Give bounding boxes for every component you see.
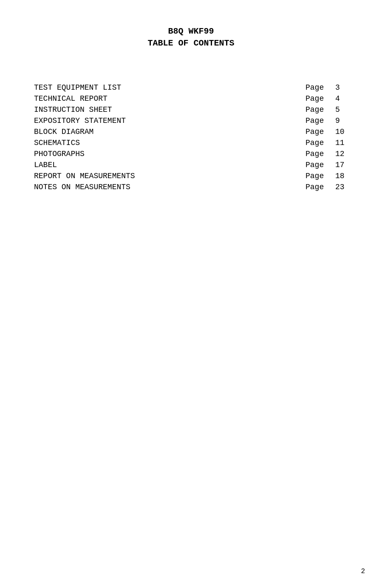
toc-entry: NOTES ON MEASUREMENTSPage23 <box>34 183 348 191</box>
title-line2: TABLE OF CONTENTS <box>34 37 348 49</box>
toc-entry-page-word: Page <box>306 150 327 158</box>
toc-entry-page-word: Page <box>306 128 327 136</box>
toc-entry-page-word: Page <box>306 172 327 180</box>
toc-entry: BLOCK DIAGRAMPage10 <box>34 128 348 136</box>
page-title: B8Q WKF99 TABLE OF CONTENTS <box>34 26 348 49</box>
toc-entry: REPORT ON MEASUREMENTSPage18 <box>34 172 348 180</box>
toc-entry-page-word: Page <box>306 83 327 92</box>
toc-entry-page-word: Page <box>306 139 327 147</box>
toc-entry-label: TEST EQUIPMENT LIST <box>34 83 121 92</box>
toc-entry-page-info: Page5 <box>306 105 348 114</box>
toc-entry-label: EXPOSITORY STATEMENT <box>34 116 126 125</box>
toc-entry-page-info: Page9 <box>306 116 348 125</box>
toc-entry-page-word: Page <box>306 105 327 114</box>
toc-entry-page-info: Page4 <box>306 94 348 103</box>
toc-entry: PHOTOGRAPHSPage12 <box>34 150 348 158</box>
toc-entry-page-info: Page17 <box>306 161 348 169</box>
toc-entry-page-word: Page <box>306 161 327 169</box>
toc-entry-label: NOTES ON MEASUREMENTS <box>34 183 130 191</box>
toc-entry: SCHEMATICSPage11 <box>34 139 348 147</box>
toc-entry: INSTRUCTION SHEETPage5 <box>34 105 348 114</box>
toc-entry-page-info: Page10 <box>306 128 348 136</box>
toc-entry-page-info: Page11 <box>306 139 348 147</box>
toc-entry: LABELPage17 <box>34 161 348 169</box>
toc-entry-page-info: Page12 <box>306 150 348 158</box>
table-of-contents: TEST EQUIPMENT LISTPage3TECHNICAL REPORT… <box>34 83 348 191</box>
toc-entry-label: TECHNICAL REPORT <box>34 94 108 103</box>
toc-entry-label: INSTRUCTION SHEET <box>34 105 112 114</box>
toc-entry-page-word: Page <box>306 116 327 125</box>
toc-entry-page-num: 3 <box>335 83 348 92</box>
title-line1: B8Q WKF99 <box>34 26 348 37</box>
toc-entry-label: BLOCK DIAGRAM <box>34 128 93 136</box>
toc-entry: TECHNICAL REPORTPage4 <box>34 94 348 103</box>
toc-entry-page-num: 11 <box>335 139 348 147</box>
toc-entry-page-word: Page <box>306 183 327 191</box>
toc-entry: EXPOSITORY STATEMENTPage9 <box>34 116 348 125</box>
page: B8Q WKF99 TABLE OF CONTENTS TEST EQUIPME… <box>0 0 382 588</box>
toc-entry-page-word: Page <box>306 94 327 103</box>
toc-entry-page-num: 10 <box>335 128 348 136</box>
toc-entry-page-num: 4 <box>335 94 348 103</box>
toc-entry-label: LABEL <box>34 161 57 169</box>
page-number: 2 <box>361 568 365 575</box>
toc-entry-page-info: Page3 <box>306 83 348 92</box>
toc-entry-page-num: 5 <box>335 105 348 114</box>
toc-entry-page-num: 9 <box>335 116 348 125</box>
toc-entry-page-num: 12 <box>335 150 348 158</box>
toc-entry-page-info: Page18 <box>306 172 348 180</box>
page-header: B8Q WKF99 TABLE OF CONTENTS <box>34 26 348 49</box>
toc-entry-label: SCHEMATICS <box>34 139 80 147</box>
toc-entry-page-num: 18 <box>335 172 348 180</box>
toc-entry: TEST EQUIPMENT LISTPage3 <box>34 83 348 92</box>
toc-entry-page-num: 17 <box>335 161 348 169</box>
toc-entry-page-info: Page23 <box>306 183 348 191</box>
toc-entry-label: PHOTOGRAPHS <box>34 150 85 158</box>
toc-entry-page-num: 23 <box>335 183 348 191</box>
toc-entry-label: REPORT ON MEASUREMENTS <box>34 172 135 180</box>
